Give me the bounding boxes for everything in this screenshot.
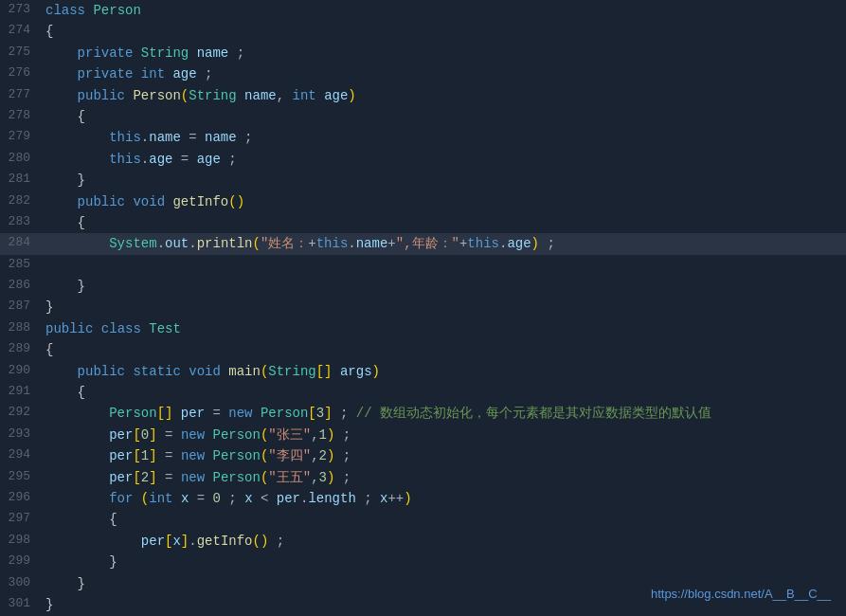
line-content: public Person(String name, int age): [45, 85, 846, 106]
code-line: 288public class Test: [0, 318, 846, 339]
line-content: private int age ;: [45, 63, 846, 84]
line-content: {: [45, 21, 846, 42]
line-number: 276: [0, 63, 45, 84]
line-content: }: [45, 170, 846, 190]
line-number: 283: [0, 212, 45, 233]
line-content: this.name = name ;: [45, 127, 846, 148]
line-number: 285: [0, 255, 45, 276]
code-line: 298 per[x].getInfo() ;: [0, 531, 846, 552]
code-line: 286 }: [0, 276, 846, 297]
line-content: {: [45, 382, 846, 403]
code-line: 273class Person: [0, 0, 846, 21]
line-content: per[0] = new Person("张三",1) ;: [45, 425, 846, 445]
line-content: class Person: [45, 0, 846, 21]
line-number: 288: [0, 318, 45, 339]
code-line: 294 per[1] = new Person("李四",2) ;: [0, 445, 846, 466]
line-content: per[1] = new Person("李四",2) ;: [45, 445, 846, 466]
line-number: 279: [0, 127, 45, 148]
line-number: 289: [0, 339, 45, 360]
watermark: https://blog.csdn.net/A__B__C__: [651, 585, 831, 605]
line-content: public class Test: [45, 318, 846, 339]
line-number: 284: [0, 233, 45, 254]
line-number: 291: [0, 382, 45, 403]
line-number: 296: [0, 488, 45, 509]
line-number: 301: [0, 594, 45, 615]
code-line: 276 private int age ;: [0, 63, 846, 84]
line-content: {: [45, 339, 846, 360]
line-content: System.out.println("姓名：+this.name+",年龄："…: [45, 233, 846, 254]
line-content: }: [45, 552, 846, 572]
code-lines: 273class Person274{275 private String na…: [0, 0, 846, 615]
code-line: 295 per[2] = new Person("王五",3) ;: [0, 467, 846, 488]
code-line: 290 public static void main(String[] arg…: [0, 361, 846, 382]
line-number: 300: [0, 573, 45, 594]
line-content: [45, 255, 846, 276]
line-number: 292: [0, 403, 45, 424]
line-content: this.age = age ;: [45, 149, 846, 170]
line-number: 297: [0, 509, 45, 530]
line-content: public static void main(String[] args): [45, 361, 846, 382]
code-line: 279 this.name = name ;: [0, 127, 846, 148]
code-line: 278 {: [0, 106, 846, 127]
code-line: 284 System.out.println("姓名：+this.name+",…: [0, 233, 846, 254]
line-number: 275: [0, 43, 45, 63]
code-line: 293 per[0] = new Person("张三",1) ;: [0, 425, 846, 445]
line-number: 299: [0, 552, 45, 572]
line-number: 277: [0, 85, 45, 106]
line-number: 293: [0, 425, 45, 445]
code-line: 274{: [0, 21, 846, 42]
code-line: 297 {: [0, 509, 846, 530]
line-content: public void getInfo(): [45, 191, 846, 212]
line-content: Person[] per = new Person[3] ; // 数组动态初始…: [45, 403, 846, 424]
code-line: 275 private String name ;: [0, 43, 846, 63]
line-content: }: [45, 297, 846, 317]
code-line: 282 public void getInfo(): [0, 191, 846, 212]
line-number: 273: [0, 0, 45, 21]
code-line: 281 }: [0, 170, 846, 190]
code-editor: 273class Person274{275 private String na…: [0, 0, 846, 616]
line-number: 278: [0, 106, 45, 127]
line-content: }: [45, 276, 846, 297]
line-number: 286: [0, 276, 45, 297]
line-number: 274: [0, 21, 45, 42]
line-content: per[2] = new Person("王五",3) ;: [45, 467, 846, 488]
code-line: 299 }: [0, 552, 846, 572]
line-content: for (int x = 0 ; x < per.length ; x++): [45, 488, 846, 509]
line-number: 281: [0, 170, 45, 190]
code-line: 283 {: [0, 212, 846, 233]
line-content: {: [45, 106, 846, 127]
line-content: per[x].getInfo() ;: [45, 531, 846, 552]
code-line: 292 Person[] per = new Person[3] ; // 数组…: [0, 403, 846, 424]
line-number: 282: [0, 191, 45, 212]
code-line: 277 public Person(String name, int age): [0, 85, 846, 106]
line-number: 294: [0, 445, 45, 466]
code-line: 296 for (int x = 0 ; x < per.length ; x+…: [0, 488, 846, 509]
line-number: 290: [0, 361, 45, 382]
code-line: 280 this.age = age ;: [0, 149, 846, 170]
code-line: 291 {: [0, 382, 846, 403]
code-line: 287}: [0, 297, 846, 317]
line-content: {: [45, 212, 846, 233]
line-number: 295: [0, 467, 45, 488]
line-number: 287: [0, 297, 45, 317]
line-content: {: [45, 509, 846, 530]
line-number: 280: [0, 149, 45, 170]
code-line: 289{: [0, 339, 846, 360]
code-line: 285: [0, 255, 846, 276]
line-number: 298: [0, 531, 45, 552]
line-content: private String name ;: [45, 43, 846, 63]
